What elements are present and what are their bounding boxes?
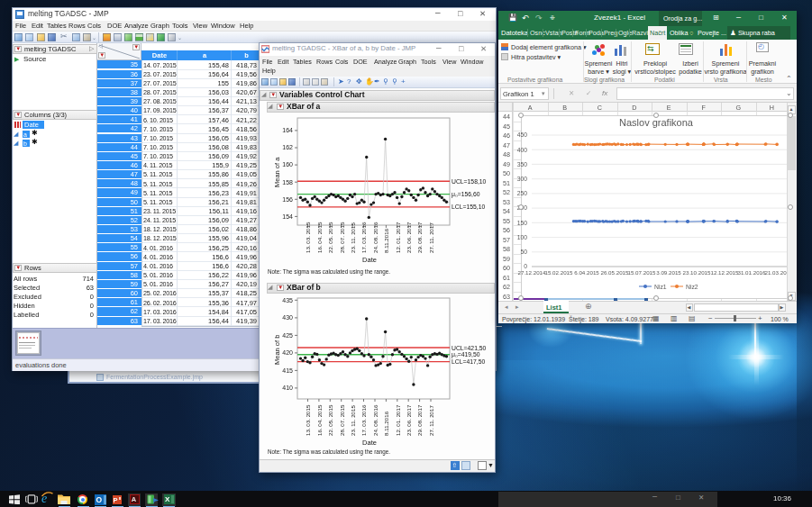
svg-text:23.10.2015: 23.10.2015	[683, 269, 712, 276]
svg-text:26.05.2015: 26.05.2015	[601, 269, 630, 276]
svg-text:UCL=158,10: UCL=158,10	[452, 178, 487, 185]
svg-text:Mean of b: Mean of b	[273, 335, 281, 365]
svg-text:31.01.2016: 31.01.2016	[738, 269, 767, 276]
svg-text:12. 01. 2017: 12. 01. 2017	[395, 404, 401, 436]
svg-text:12. 01. 2017: 12. 01. 2017	[395, 222, 401, 253]
svg-text:LCL=417,50: LCL=417,50	[452, 358, 485, 365]
svg-text:22. 05. 2015: 22. 05. 2015	[327, 404, 333, 436]
svg-text:13. 03. 2015: 13. 03. 2015	[305, 222, 311, 253]
svg-text:450: 450	[517, 131, 528, 138]
svg-text:Niz1: Niz1	[654, 284, 667, 290]
svg-text:27. 11. 2017: 27. 11. 2017	[428, 404, 434, 436]
svg-text:16. 04. 2015: 16. 04. 2015	[316, 222, 323, 253]
svg-text:300: 300	[517, 176, 528, 182]
svg-text:Note: The sigma was calculated: Note: The sigma was calculated using the…	[268, 268, 390, 276]
svg-text:28. 07. 2015: 28. 07. 2015	[339, 222, 345, 253]
svg-text:UCL=421,50: UCL=421,50	[452, 345, 487, 351]
svg-text:17. 03. 2016: 17. 03. 2016	[360, 222, 367, 253]
svg-text:17. 03. 2016: 17. 03. 2016	[360, 404, 367, 436]
svg-text:23. 06. 2017: 23. 06. 2017	[406, 222, 412, 253]
svg-text:158: 158	[282, 179, 293, 186]
svg-text:LCL=155,10: LCL=155,10	[452, 204, 485, 210]
svg-text:12.12.2015: 12.12.2015	[711, 269, 740, 276]
svg-text:Date: Date	[362, 256, 377, 264]
svg-text:29. 08. 2017: 29. 08. 2017	[416, 404, 423, 436]
svg-text:154: 154	[282, 213, 293, 220]
svg-text:160: 160	[282, 161, 293, 167]
svg-text:23. 11. 2015: 23. 11. 2015	[350, 222, 356, 253]
svg-text:Date: Date	[362, 439, 377, 447]
svg-text:350: 350	[517, 161, 528, 167]
svg-text:164: 164	[282, 127, 293, 133]
svg-text:15.02.2015: 15.02.2015	[545, 269, 574, 276]
svg-text:28. 07. 2015: 28. 07. 2015	[339, 404, 345, 436]
svg-text:425: 425	[282, 332, 293, 339]
svg-text:27.12.2014: 27.12.2014	[518, 269, 547, 276]
svg-text:435: 435	[282, 297, 293, 303]
svg-text:150: 150	[517, 220, 528, 226]
svg-text:23. 11. 2015: 23. 11. 2015	[350, 404, 356, 436]
svg-text:23. 06. 2017: 23. 06. 2017	[406, 404, 412, 436]
svg-text:Niz2: Niz2	[686, 284, 698, 290]
svg-text:μ₀=419,50: μ₀=419,50	[452, 351, 480, 358]
svg-text:8.11.2016: 8.11.2016	[383, 228, 389, 253]
svg-text:15.07.2015: 15.07.2015	[628, 269, 657, 276]
svg-text:410: 410	[282, 385, 293, 391]
svg-text:415: 415	[282, 367, 293, 374]
svg-text:100: 100	[517, 234, 528, 240]
svg-text:162: 162	[282, 144, 293, 150]
svg-text:3.09.2015: 3.09.2015	[656, 269, 681, 276]
svg-text:156: 156	[282, 196, 293, 203]
svg-text:16. 04. 2015: 16. 04. 2015	[316, 404, 323, 436]
svg-text:Note: The sigma was calculated: Note: The sigma was calculated using the…	[268, 448, 390, 456]
svg-text:29. 08. 2017: 29. 08. 2017	[416, 222, 423, 253]
svg-text:μ₀=156,60: μ₀=156,60	[452, 191, 480, 198]
svg-text:430: 430	[282, 314, 293, 321]
svg-text:50: 50	[520, 249, 527, 255]
svg-text:22. 05. 2015: 22. 05. 2015	[327, 222, 333, 253]
svg-text:250: 250	[517, 190, 528, 196]
svg-text:24. 08. 2016: 24. 08. 2016	[372, 222, 379, 253]
svg-text:420: 420	[282, 349, 293, 356]
svg-text:13. 03. 2015: 13. 03. 2015	[305, 404, 311, 436]
svg-text:27. 11. 2017: 27. 11. 2017	[428, 222, 434, 253]
svg-text:Mean of a: Mean of a	[273, 157, 281, 187]
svg-text:6.04.2015: 6.04.2015	[574, 269, 599, 276]
svg-text:8.11.2016: 8.11.2016	[383, 411, 389, 436]
svg-text:24. 08. 2016: 24. 08. 2016	[372, 404, 379, 436]
svg-text:400: 400	[517, 147, 528, 153]
